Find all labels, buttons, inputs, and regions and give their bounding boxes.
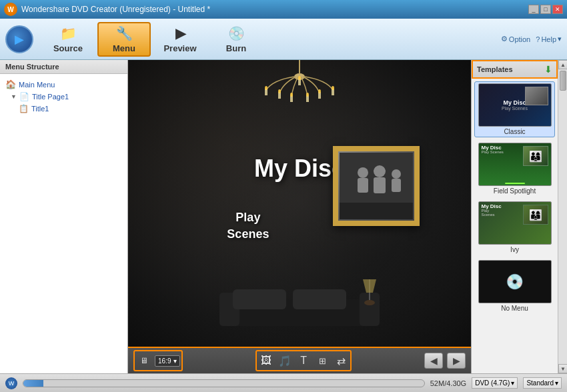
svg-point-14 — [318, 89, 321, 93]
template-ivy[interactable]: My Disc PlayScenes 👨‍👩‍👦 Ivy — [474, 200, 555, 255]
menu-structure-header: Menu Structure — [0, 60, 127, 74]
scroll-track — [558, 69, 567, 364]
template-classic-thumb: My Disc Play Scenes — [478, 83, 552, 127]
dropdown-arrow-icon: ▾ — [173, 357, 177, 365]
preview-area[interactable]: My Disc Play Scenes — [128, 60, 471, 347]
svg-rect-20 — [374, 177, 386, 193]
preview-icon: ▶ — [175, 25, 185, 41]
download-icon[interactable]: ⬇ — [544, 64, 552, 75]
burn-button[interactable]: 💿 Burn — [209, 22, 263, 57]
toolbar-right-area: ⚙ Option ? Help ▾ — [501, 35, 562, 43]
music-button[interactable]: 🎵 — [277, 353, 293, 369]
page-icon: 📄 — [19, 92, 29, 101]
standard-selector[interactable]: Standard ▾ — [523, 377, 562, 389]
scroll-thumb[interactable] — [560, 71, 566, 91]
ratio-selector[interactable]: 16:9 ▾ — [155, 355, 180, 367]
svg-marker-30 — [363, 279, 376, 293]
burn-icon: 💿 — [228, 25, 245, 41]
help-button[interactable]: ? Help ▾ — [536, 35, 562, 43]
screen-icon: 🖥 — [136, 353, 152, 369]
svg-rect-23 — [340, 203, 413, 219]
template-ivy-thumb: My Disc PlayScenes 👨‍👩‍👦 — [478, 201, 552, 245]
main-toolbar: ▶ 📁 Source 🔧 Menu ▶ Preview 💿 Burn ⚙ Opt… — [0, 19, 567, 60]
svg-rect-22 — [392, 179, 401, 192]
option-button[interactable]: ⚙ Option — [501, 35, 530, 43]
scroll-down-button[interactable]: ▼ — [558, 364, 567, 373]
expand-icon: ▼ — [11, 93, 17, 100]
menu-layout-button[interactable]: ⊞ — [314, 353, 330, 369]
template-no-menu[interactable]: 💿 No Menu — [474, 259, 555, 313]
tree-item-main-menu[interactable]: 🏠 Main Menu — [3, 78, 125, 91]
svg-point-11 — [290, 93, 293, 97]
left-panel: Menu Structure 🏠 Main Menu ▼ 📄 Title Pag… — [0, 60, 128, 373]
standard-dropdown-icon: ▾ — [555, 379, 558, 387]
right-panel: Templates ⬇ My Disc Play Scenes — [471, 60, 558, 373]
menu-button[interactable]: 🔧 Menu — [97, 22, 151, 57]
status-logo-icon: W — [5, 377, 17, 389]
template-no-menu-thumb: 💿 — [478, 260, 552, 303]
svg-rect-27 — [233, 289, 286, 309]
main-area: Menu Structure 🏠 Main Menu ▼ 📄 Title Pag… — [0, 60, 567, 373]
template-field-thumb: My Disc Play Scenes 👨‍👩‍👦 — [478, 143, 552, 186]
disc-title: My Disc — [254, 155, 345, 183]
svg-point-13 — [306, 93, 309, 97]
center-area: My Disc Play Scenes — [128, 60, 471, 373]
template-field-spotlight[interactable]: My Disc Play Scenes 👨‍👩‍👦 Field Spotligh… — [474, 141, 555, 196]
help-icon: ? — [536, 35, 540, 43]
tree-area: 🏠 Main Menu ▼ 📄 Title Page1 📋 Title1 — [0, 74, 127, 373]
window-title: Wondershare DVD Creator (Unregistered) -… — [21, 5, 528, 14]
edit-tools-group: 🖼 🎵 T ⊞ ⇄ — [255, 350, 352, 371]
close-button[interactable]: ✕ — [552, 5, 563, 14]
prev-button[interactable]: ◀ — [424, 353, 443, 369]
svg-point-19 — [374, 165, 386, 177]
window-controls: _ □ ✕ — [528, 5, 563, 14]
scroll-up-button[interactable]: ▲ — [558, 60, 567, 69]
toolbar-right-group: ◀ ▶ — [424, 353, 466, 369]
svg-point-21 — [392, 169, 401, 179]
chandelier-decoration — [233, 60, 366, 127]
tree-item-title1[interactable]: 📋 Title1 — [16, 103, 125, 115]
settings-button[interactable]: ⇄ — [333, 353, 349, 369]
template-classic[interactable]: My Disc Play Scenes Classic — [474, 81, 555, 137]
templates-scrollbar: ▲ ▼ — [558, 60, 567, 373]
source-button[interactable]: 📁 Source — [41, 22, 95, 57]
text-button[interactable]: T — [296, 353, 312, 369]
templates-header: Templates ⬇ — [472, 60, 558, 79]
bottom-toolbar: 🖥 16:9 ▾ 🖼 🎵 T ⊞ ⇄ ◀ ▶ — [128, 347, 471, 373]
right-panel-area: Templates ⬇ My Disc Play Scenes — [471, 60, 567, 373]
svg-point-12 — [298, 76, 301, 80]
menu-icon: 🔧 — [116, 25, 133, 41]
svg-point-31 — [364, 300, 375, 305]
source-icon: 📁 — [60, 25, 77, 41]
preview-button[interactable]: ▶ Preview — [153, 22, 207, 57]
svg-rect-18 — [358, 178, 368, 193]
gear-icon: ⚙ — [501, 35, 508, 43]
tree-item-title-page1[interactable]: ▼ 📄 Title Page1 — [8, 91, 125, 103]
svg-point-9 — [265, 86, 267, 90]
file-icon: 📋 — [19, 104, 29, 113]
photo-frame-inner — [338, 151, 414, 221]
sofa-decoration — [206, 279, 393, 333]
photo-frame-decoration — [333, 146, 420, 226]
app-logo-icon: W — [4, 3, 17, 16]
restore-button[interactable]: □ — [540, 5, 551, 14]
status-bar: W 52M/4.30G DVD (4.7G) ▾ Standard ▾ — [0, 373, 567, 392]
disc-subtitle: Play Scenes — [227, 209, 269, 243]
ratio-group: 🖥 16:9 ▾ — [133, 350, 183, 371]
progress-fill — [23, 380, 43, 387]
minimize-button[interactable]: _ — [528, 5, 539, 14]
status-progress-bar — [23, 379, 425, 387]
svg-rect-28 — [293, 289, 346, 309]
templates-list: My Disc Play Scenes Classic My Disc — [472, 79, 558, 373]
title-bar: W Wondershare DVD Creator (Unregistered)… — [0, 0, 567, 19]
home-icon: 🏠 — [5, 79, 16, 89]
svg-point-15 — [332, 86, 334, 90]
next-button[interactable]: ▶ — [447, 353, 466, 369]
toolbar-left-group: 🖥 16:9 ▾ — [133, 350, 183, 371]
svg-point-10 — [278, 89, 281, 93]
bg-image-button[interactable]: 🖼 — [258, 353, 274, 369]
disc-dropdown-icon: ▾ — [511, 379, 514, 387]
disc-type-selector[interactable]: DVD (4.7G) ▾ — [472, 377, 518, 389]
help-dropdown-icon: ▾ — [558, 35, 562, 43]
app-icon: ▶ — [5, 25, 33, 53]
